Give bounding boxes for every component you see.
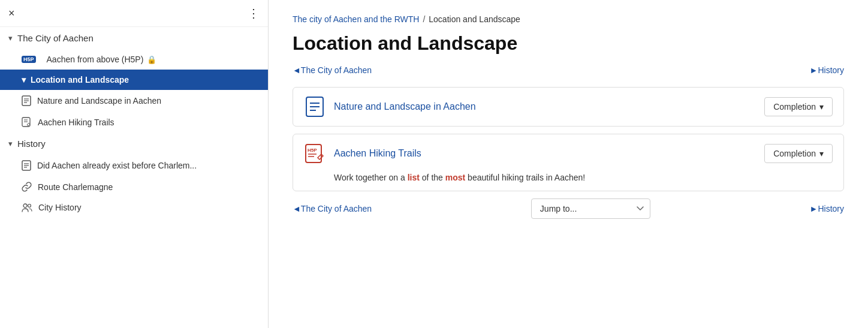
svg-text:H5P: H5P (308, 148, 317, 153)
content-item-hiking-trails-row: H5P Aachen Hiking Trails Completion ▾ (293, 134, 843, 173)
sidebar-menu-button[interactable]: ⋮ (248, 6, 260, 20)
sidebar-section-history[interactable]: ▾ History (0, 133, 268, 155)
content-item-left: H5P Aachen Hiking Trails (304, 143, 421, 164)
sidebar-item-route-charlemagne-label: Route Charlemagne (38, 182, 113, 192)
bottom-nav-back-link[interactable]: ◄The City of Aachen (293, 204, 372, 213)
content-item-nature-landscape-row: Nature and Landscape in Aachen Completio… (293, 88, 843, 126)
completion-chevron-icon: ▾ (819, 149, 824, 158)
sidebar-item-charlemagne-label: Did Aachen already exist before Charlem.… (37, 161, 197, 170)
h5p-edit-red-icon: H5P (304, 143, 326, 164)
breadcrumb: The city of Aachen and the RWTH / Locati… (293, 14, 844, 24)
sidebar-section-city[interactable]: ▾ The City of Aachen (0, 27, 268, 49)
document-icon (22, 160, 31, 171)
nature-landscape-completion-button[interactable]: Completion ▾ (764, 97, 833, 116)
content-item-left: Nature and Landscape in Aachen (304, 96, 476, 118)
sidebar-item-hiking-trails[interactable]: Aachen Hiking Trails (0, 112, 268, 133)
chevron-down-icon: ▾ (8, 139, 13, 148)
sidebar: × ⋮ ▾ The City of Aachen H5P Aachen from… (0, 0, 269, 328)
svg-point-12 (28, 204, 31, 207)
svg-point-11 (23, 204, 27, 207)
sidebar-section-location[interactable]: ▾ Location and Landscape (0, 70, 268, 90)
sidebar-header: × ⋮ (0, 0, 268, 27)
highlight-list: list (408, 173, 420, 182)
chevron-down-icon: ▾ (22, 75, 26, 85)
sidebar-item-route-charlemagne[interactable]: Route Charlemagne (0, 176, 268, 197)
sidebar-item-hiking-trails-label: Aachen Hiking Trails (38, 118, 114, 127)
breadcrumb-parent-link[interactable]: The city of Aachen and the RWTH (293, 14, 419, 24)
nature-landscape-title[interactable]: Nature and Landscape in Aachen (334, 101, 476, 112)
sidebar-section-location-label: Location and Landscape (31, 75, 129, 85)
chevron-down-icon: ▾ (8, 34, 13, 43)
lock-icon: 🔒 (147, 55, 156, 64)
completion-chevron-icon: ▾ (819, 102, 824, 112)
sidebar-item-city-history[interactable]: City History (0, 197, 268, 218)
completion-label: Completion (773, 149, 816, 158)
highlight-most: most (445, 173, 465, 182)
sidebar-section-city-label: The City of Aachen (17, 33, 94, 43)
community-icon (22, 203, 32, 212)
sidebar-item-aachen-h5p-label: Aachen from above (H5P) (47, 55, 144, 64)
sidebar-item-city-history-label: City History (38, 203, 82, 212)
sidebar-item-nature-landscape[interactable]: Nature and Landscape in Aachen (0, 90, 268, 112)
sidebar-item-charlemagne[interactable]: Did Aachen already exist before Charlem.… (0, 155, 268, 176)
link-icon (22, 182, 32, 192)
bottom-nav-forward-link[interactable]: ►History (810, 204, 844, 213)
edit-icon (22, 117, 32, 127)
main-content: The city of Aachen and the RWTH / Locati… (269, 0, 868, 328)
h5p-icon: H5P (22, 56, 41, 63)
hiking-trails-description: Work together on a list of the most beau… (293, 173, 843, 191)
breadcrumb-current: Location and Landscape (429, 14, 520, 24)
page-title: Location and Landscape (293, 32, 844, 55)
bottom-nav-row: ◄The City of Aachen Jump to... Location … (293, 198, 844, 219)
content-item-hiking-trails: H5P Aachen Hiking Trails Completion ▾ Wo… (293, 134, 844, 191)
nav-forward-link[interactable]: ►History (810, 65, 844, 75)
breadcrumb-separator: / (423, 14, 425, 24)
hiking-trails-title[interactable]: Aachen Hiking Trails (334, 148, 421, 159)
top-nav-row: ◄The City of Aachen ►History (293, 65, 844, 75)
document-icon (22, 95, 31, 106)
completion-label: Completion (773, 102, 816, 112)
hiking-trails-completion-button[interactable]: Completion ▾ (764, 144, 833, 163)
jump-to-select[interactable]: Jump to... Location and Landscape Histor… (531, 198, 650, 219)
doc-blue-icon (304, 96, 326, 118)
sidebar-close-button[interactable]: × (8, 8, 15, 19)
nav-back-link[interactable]: ◄The City of Aachen (293, 65, 372, 75)
content-item-nature-landscape: Nature and Landscape in Aachen Completio… (293, 87, 844, 127)
sidebar-item-aachen-h5p[interactable]: H5P Aachen from above (H5P) 🔒 (0, 49, 268, 70)
sidebar-section-history-label: History (17, 139, 46, 149)
jump-to-wrapper: Jump to... Location and Landscape Histor… (531, 198, 650, 219)
sidebar-item-nature-landscape-label: Nature and Landscape in Aachen (37, 96, 161, 106)
